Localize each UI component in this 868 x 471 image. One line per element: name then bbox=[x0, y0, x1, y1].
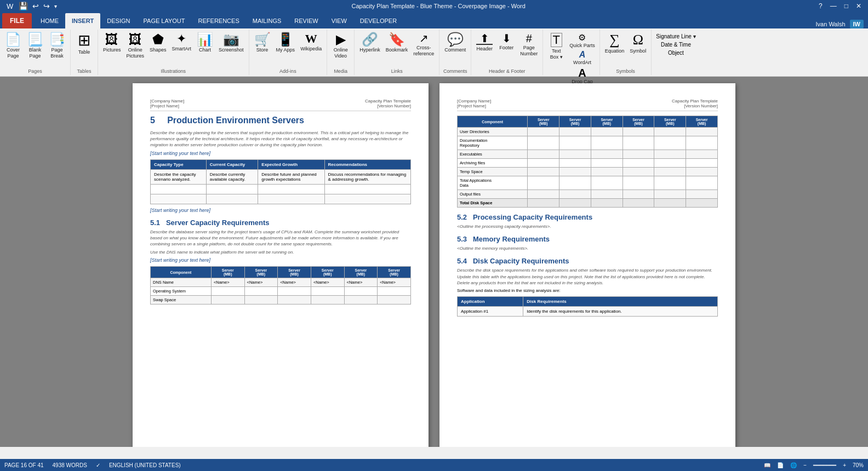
tab-file[interactable]: FILE bbox=[2, 13, 32, 28]
col-capacity-type: Capacity Type bbox=[151, 159, 207, 169]
template-name-2: Capacity Plan Template bbox=[672, 99, 718, 104]
header-btn[interactable]: ⬆ Header bbox=[475, 32, 494, 66]
help-btn[interactable]: ? bbox=[816, 2, 825, 10]
comments-group-label: Comments bbox=[443, 68, 467, 75]
smartart-icon: ✦ bbox=[176, 33, 186, 45]
tab-view[interactable]: VIEW bbox=[325, 13, 353, 28]
media-group-label: Media bbox=[334, 68, 347, 75]
tab-page-layout[interactable]: PAGE LAYOUT bbox=[137, 13, 192, 28]
myapps-btn[interactable]: 📱 My Apps bbox=[275, 32, 297, 66]
view-web-icon[interactable]: 🌐 bbox=[790, 462, 797, 468]
wordart-btn[interactable]: A WordArt bbox=[568, 50, 596, 66]
myapps-label: My Apps bbox=[276, 47, 295, 53]
capacity-table: Capacity Type Current Capacity Expected … bbox=[150, 159, 411, 204]
tab-review[interactable]: REVIEW bbox=[288, 13, 324, 28]
total-disk-label: Total Disk Space bbox=[458, 199, 528, 208]
view-read-icon[interactable]: 📖 bbox=[764, 462, 770, 468]
header-icon: ⬆ bbox=[476, 33, 493, 45]
spell-icon: ✓ bbox=[96, 462, 100, 468]
comments-buttons: 💬 Comment bbox=[443, 32, 467, 68]
wikipedia-btn[interactable]: W Wikipedia bbox=[299, 32, 323, 66]
maximize-btn[interactable]: □ bbox=[842, 2, 850, 10]
quickparts-btn[interactable]: ⚙ Quick Parts bbox=[568, 33, 596, 49]
language: ENGLISH (UNITED STATES) bbox=[109, 462, 181, 468]
view-print-icon[interactable]: 📄 bbox=[777, 462, 784, 468]
pictures-btn[interactable]: 🖼 Pictures bbox=[101, 32, 123, 66]
online-video-btn[interactable]: ▶ OnlineVideo bbox=[331, 32, 351, 66]
cross-reference-btn[interactable]: ↗ Cross-reference bbox=[412, 32, 436, 66]
disk-col-req: Disk Requirements bbox=[523, 296, 718, 306]
online-pictures-btn[interactable]: 🖼 OnlinePictures bbox=[125, 32, 146, 66]
placeholder-start-1[interactable]: [Start writing your text here] bbox=[150, 151, 411, 156]
zoom-in-btn[interactable]: + bbox=[843, 462, 846, 468]
tab-home[interactable]: HOME bbox=[34, 13, 65, 28]
links-buttons: 🔗 Hyperlink 🔖 Bookmark ↗ Cross-reference bbox=[358, 32, 436, 68]
ribbon-group-header-footer: ⬆ Header ⬇ Footer # PageNumber Header & … bbox=[471, 30, 543, 75]
minimize-btn[interactable]: — bbox=[828, 2, 839, 10]
shapes-btn[interactable]: ⬟ Shapes bbox=[148, 32, 168, 66]
tab-mailings[interactable]: MAILINGS bbox=[246, 13, 288, 28]
disk-col-app: Application bbox=[458, 296, 523, 306]
blank-page-btn[interactable]: 📃 BlankPage bbox=[25, 32, 45, 66]
os-label: Operating System bbox=[151, 287, 212, 296]
page-break-icon: 📑 bbox=[49, 33, 65, 46]
comment-btn[interactable]: 💬 Comment bbox=[443, 32, 467, 66]
version-2: [Version Number] bbox=[672, 104, 718, 108]
server-col-4: Server(MB) bbox=[311, 267, 344, 278]
section-5-4-body: Describe the disk space requirements for… bbox=[457, 267, 718, 286]
page-number-btn[interactable]: # PageNumber bbox=[518, 32, 539, 66]
symbol-btn[interactable]: Ω Symbol bbox=[628, 32, 648, 66]
placeholder-end-1[interactable]: [Start writing your text here] bbox=[150, 208, 411, 213]
dropcap-btn[interactable]: A Drop Cap bbox=[568, 67, 596, 85]
pages-buttons: 📄 CoverPage 📃 BlankPage 📑 PageBreak bbox=[3, 32, 67, 68]
table-row: Temp Space bbox=[458, 168, 718, 176]
zoom-slider[interactable]: ━━━━━━━ bbox=[813, 462, 836, 468]
tab-insert[interactable]: INSERT bbox=[65, 13, 100, 28]
signature-line-btn[interactable]: Signature Line ▾ bbox=[655, 33, 696, 40]
hyperlink-btn[interactable]: 🔗 Hyperlink bbox=[358, 32, 382, 66]
server-table-placeholder[interactable]: [Start writing your text here] bbox=[150, 257, 411, 263]
cross-reference-label: Cross-reference bbox=[413, 45, 434, 57]
cell-empty-4 bbox=[324, 184, 411, 194]
shapes-label: Shapes bbox=[150, 47, 167, 53]
more-btn[interactable]: ▾ bbox=[53, 3, 58, 9]
zoom-out-btn[interactable]: − bbox=[803, 462, 807, 468]
cell-empty-1 bbox=[151, 184, 207, 194]
table-btn[interactable]: ⊞ Table bbox=[75, 32, 94, 66]
word-count: 4938 WORDS bbox=[53, 462, 87, 468]
date-time-btn[interactable]: Date & Time bbox=[655, 41, 696, 48]
server-table-1: Component Server(MB) Server(MB) Server(M… bbox=[150, 266, 411, 305]
store-btn[interactable]: 🛒 Store bbox=[253, 32, 272, 66]
blank-page-label: BlankPage bbox=[29, 47, 42, 59]
tab-design[interactable]: DESIGN bbox=[100, 13, 136, 28]
redo-btn[interactable]: ↪ bbox=[42, 2, 51, 10]
cell-empty-5 bbox=[151, 194, 207, 204]
bookmark-btn[interactable]: 🔖 Bookmark bbox=[384, 32, 410, 66]
footer-btn[interactable]: ⬇ Footer bbox=[496, 32, 516, 66]
tab-developer[interactable]: DEVELOPER bbox=[353, 13, 403, 28]
s2-col-component: Component bbox=[458, 116, 528, 128]
comment-icon: 💬 bbox=[447, 33, 464, 46]
tab-references[interactable]: REFERENCES bbox=[192, 13, 246, 28]
screenshot-btn[interactable]: 📷 Screenshot bbox=[217, 32, 245, 66]
smartart-btn[interactable]: ✦ SmartArt bbox=[170, 32, 193, 66]
header-footer-group-label: Header & Footer bbox=[489, 68, 526, 75]
ribbon-group-links: 🔗 Hyperlink 🔖 Bookmark ↗ Cross-reference… bbox=[355, 30, 439, 75]
undo-btn[interactable]: ↩ bbox=[31, 2, 40, 10]
equation-btn[interactable]: ∑ Equation bbox=[603, 32, 626, 66]
textbox-btn[interactable]: T TextBox ▾ bbox=[546, 32, 566, 66]
table-row: Total Disk Space bbox=[458, 199, 718, 208]
online-pictures-icon: 🖼 bbox=[129, 33, 142, 46]
section-5-body: Describe the capacity planning for the s… bbox=[150, 130, 411, 148]
addins-group-label: Add-ins bbox=[279, 68, 296, 75]
server-table-2: Component Server(MB) Server(MB) Server(M… bbox=[457, 116, 718, 208]
page-1: [Company Name] [Project Name] Capacity P… bbox=[133, 83, 429, 447]
chart-btn[interactable]: 📊 Chart bbox=[195, 32, 215, 66]
object-btn[interactable]: Object bbox=[655, 49, 696, 56]
cover-page-btn[interactable]: 📄 CoverPage bbox=[3, 32, 23, 66]
table-row: DNS Name <Name> <Name> <Name> <Name> <Na… bbox=[151, 278, 411, 287]
page-break-btn[interactable]: 📑 PageBreak bbox=[47, 32, 67, 66]
wikipedia-label: Wikipedia bbox=[300, 46, 322, 52]
close-btn[interactable]: ✕ bbox=[854, 2, 864, 10]
save-btn[interactable]: 💾 bbox=[18, 2, 29, 10]
